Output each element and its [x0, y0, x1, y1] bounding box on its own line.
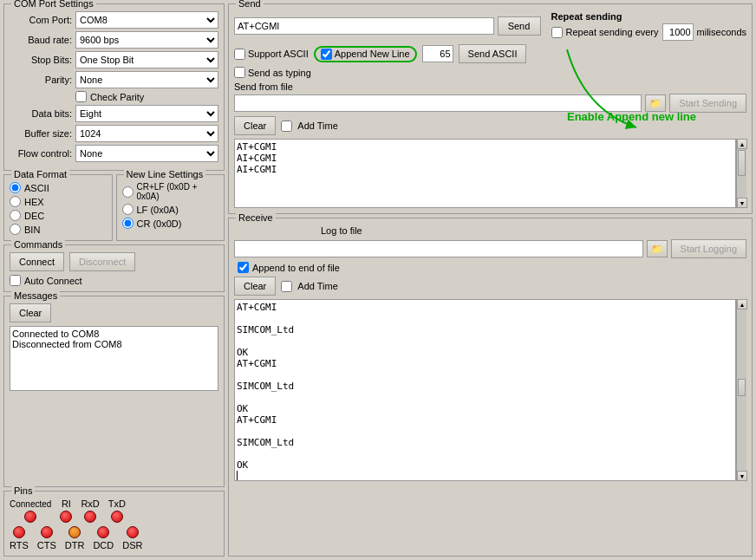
pin-txd: TxD — [108, 498, 126, 523]
recv-line-11: AT+CGMI — [237, 414, 733, 426]
hex-radio[interactable] — [10, 196, 21, 207]
send-clear-button[interactable]: Clear — [234, 116, 276, 135]
baud-rate-label: Baud rate: — [10, 35, 72, 45]
pin-connected: Connected — [10, 499, 51, 523]
auto-connect-checkbox[interactable] — [10, 275, 21, 286]
repeat-sending-title: Repeat sending — [551, 11, 622, 22]
start-logging-button[interactable]: Start Logging — [671, 239, 746, 258]
hex-label: HEX — [24, 197, 44, 207]
ascii-num-input[interactable] — [422, 45, 453, 62]
cr-radio[interactable] — [122, 218, 134, 229]
pin-connected-label: Connected — [10, 499, 51, 509]
append-new-line-label: Append New Line — [335, 49, 410, 59]
pin-dcd-label: DCD — [93, 540, 114, 550]
connect-button[interactable]: Connect — [10, 252, 64, 271]
pins-group: Pins Connected RI RxD TxD — [3, 491, 225, 557]
disconnect-button[interactable]: Disconnect — [69, 252, 135, 271]
send-as-typing-label: Send as typing — [248, 68, 311, 78]
data-bits-select[interactable]: Eight — [75, 105, 218, 122]
stop-bits-label: Stop Bits: — [10, 55, 72, 65]
receive-scroll-up[interactable]: ▲ — [737, 299, 747, 309]
recv-line-6: AT+CGMI — [237, 358, 733, 369]
lf-radio[interactable] — [122, 204, 134, 215]
repeat-sending-section: Repeat sending Repeat sending every mili… — [551, 11, 746, 41]
recv-line-7 — [237, 369, 733, 381]
dec-radio[interactable] — [10, 210, 21, 221]
recv-line-10: OK — [237, 403, 733, 414]
send-as-typing-checkbox[interactable] — [234, 67, 245, 78]
folder-icon: 📁 — [649, 98, 662, 109]
flow-control-select[interactable]: None — [75, 145, 218, 162]
receive-add-time-checkbox[interactable] — [281, 281, 292, 292]
receive-add-time-label: Add Time — [297, 281, 337, 291]
log-file-browse-button[interactable]: 📁 — [647, 240, 668, 257]
pin-dcd: DCD — [93, 526, 114, 550]
recv-line-4 — [237, 335, 733, 347]
send-scroll-up[interactable]: ▲ — [737, 139, 747, 149]
receive-scrollbar[interactable]: ▲ ▼ — [736, 299, 746, 481]
receive-scroll-track[interactable] — [737, 309, 746, 471]
send-text-area[interactable]: AT+CGMI AI+CGMI AI+CGMI — [234, 139, 736, 208]
recv-line-1: AT+CGMI — [237, 302, 733, 313]
recv-line-3: SIMCOM_Ltd — [237, 324, 733, 335]
check-parity-label: Check Parity — [90, 92, 144, 102]
messages-area: Connected to COM8 Disconnected from COM8 — [10, 326, 218, 391]
ascii-radio[interactable] — [10, 182, 21, 193]
append-to-end-checkbox[interactable] — [238, 262, 249, 273]
pin-dsr-led — [127, 526, 139, 538]
pin-ri-led — [60, 511, 72, 523]
support-ascii-label: Support ASCII — [248, 49, 309, 59]
commands-group: Commands Connect Disconnect Auto Connect — [3, 244, 225, 292]
receive-scroll-thumb[interactable] — [738, 379, 746, 396]
send-scrollbar[interactable]: ▲ ▼ — [736, 139, 746, 208]
receive-clear-button[interactable]: Clear — [234, 277, 276, 296]
receive-scroll-down[interactable]: ▼ — [737, 471, 747, 481]
commands-title: Commands — [11, 239, 65, 250]
recv-line-8: SIMCOM_Ltd — [237, 381, 733, 392]
messages-group: Messages Clear Connected to COM8 Disconn… — [3, 296, 225, 487]
new-line-group: New Line Settings CR+LF (0x0D + 0x0A) LF… — [116, 174, 225, 241]
repeat-checkbox[interactable] — [551, 27, 563, 38]
buffer-size-label: Buffer size: — [10, 128, 72, 139]
crlf-label: CR+LF (0x0D + 0x0A) — [137, 182, 219, 201]
send-file-input[interactable] — [234, 94, 642, 112]
receive-text-area[interactable]: AT+CGMI SIMCOM_Ltd OK AT+CGMI SIMCOM_Ltd… — [234, 299, 736, 481]
baud-rate-select[interactable]: 9600 bps — [75, 31, 218, 49]
log-file-input[interactable] — [234, 240, 643, 257]
pins-title: Pins — [11, 485, 35, 496]
crlf-radio[interactable] — [122, 186, 134, 198]
start-sending-button[interactable]: Start Sending — [669, 94, 746, 113]
pin-dtr: DTR — [65, 526, 85, 550]
repeat-every-label: Repeat sending every — [566, 27, 659, 37]
recv-line-2 — [237, 313, 733, 324]
pin-ri-label: RI — [62, 498, 71, 509]
send-ascii-button[interactable]: Send ASCII — [459, 44, 527, 63]
send-file-browse-button[interactable]: 📁 — [645, 94, 666, 112]
check-parity-checkbox[interactable] — [75, 91, 87, 102]
data-format-group: Data Format ASCII HEX DEC — [3, 174, 113, 241]
send-scroll-down[interactable]: ▼ — [737, 198, 747, 208]
pin-dtr-led — [68, 526, 81, 538]
new-line-title: New Line Settings — [124, 169, 206, 179]
messages-clear-button[interactable]: Clear — [10, 303, 51, 322]
send-from-file-label: Send from file — [234, 81, 293, 92]
bin-radio[interactable] — [10, 224, 21, 235]
message-line-2: Disconnected from COM8 — [12, 339, 216, 349]
append-new-line-checkbox[interactable] — [321, 49, 332, 60]
send-scroll-track[interactable] — [737, 149, 746, 198]
support-ascii-checkbox[interactable] — [234, 49, 245, 60]
parity-select[interactable]: None — [75, 71, 218, 88]
data-bits-label: Data bits: — [10, 108, 72, 119]
pin-rts: RTS — [10, 526, 29, 550]
recv-line-12 — [237, 426, 733, 437]
repeat-ms-input[interactable] — [662, 23, 694, 41]
buffer-size-select[interactable]: 1024 — [75, 125, 218, 142]
com-port-select[interactable]: COM8 — [75, 11, 218, 29]
send-scroll-thumb[interactable] — [738, 150, 746, 176]
send-line-3: AI+CGMI — [237, 164, 733, 175]
send-line-2: AI+CGMI — [237, 153, 733, 164]
send-add-time-checkbox[interactable] — [281, 120, 292, 132]
stop-bits-select[interactable]: One Stop Bit — [75, 51, 218, 68]
send-button[interactable]: Send — [498, 16, 541, 36]
send-input[interactable] — [234, 17, 494, 35]
